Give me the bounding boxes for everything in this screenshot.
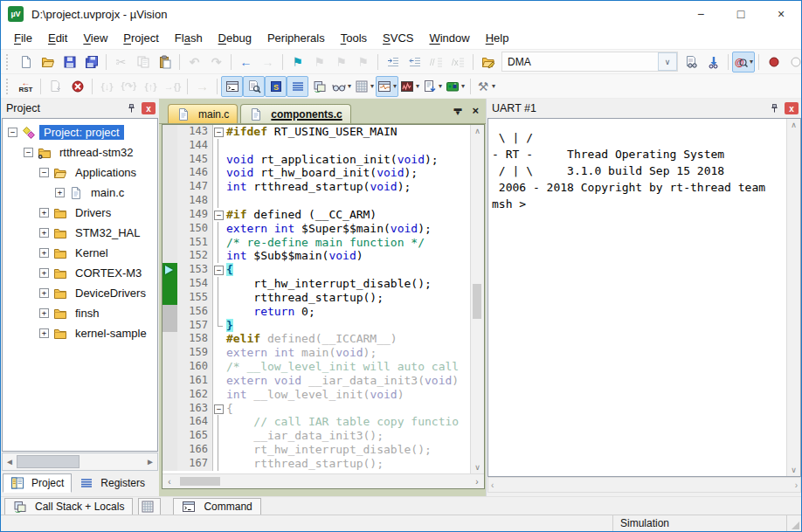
indent-button[interactable] (382, 52, 404, 73)
project-hscrollbar[interactable]: ◄ ► (2, 453, 158, 471)
toolbox-dropdown-icon[interactable]: ▾ (461, 82, 465, 90)
fold-collapse-icon[interactable]: − (214, 266, 224, 275)
tree-expander-expand-icon[interactable]: + (39, 248, 49, 258)
step-out-button[interactable]: {↑} (140, 76, 162, 97)
tree-item-applications[interactable]: −Applications (3, 162, 157, 183)
scroll-track[interactable] (17, 453, 143, 470)
reset-cpu-button[interactable]: ←RST (15, 76, 37, 97)
scroll-right-icon[interactable]: ► (143, 457, 157, 466)
navigate-back-button[interactable]: ← (235, 52, 257, 73)
tree-item-devicedrivers[interactable]: +DeviceDrivers (3, 283, 157, 303)
code-text[interactable]: rtthread_startup(); (224, 291, 470, 305)
code-text[interactable]: /* re-define main function */ (224, 236, 470, 250)
tab-list-icon[interactable]: ▬▼ (453, 106, 461, 116)
system-viewer-dropdown-icon[interactable]: ▾ (439, 82, 442, 90)
scroll-down-icon[interactable]: ∨ (787, 466, 800, 474)
call-stack-window-button[interactable] (308, 76, 330, 97)
code-text[interactable]: { (224, 263, 470, 277)
stop-debug-button[interactable] (66, 76, 88, 97)
tree-expander-collapse-icon[interactable]: − (8, 128, 17, 137)
menu-edit[interactable]: Edit (40, 29, 75, 47)
code-text[interactable]: void rt_application_init(void); (224, 153, 470, 167)
debug-settings-dropdown-icon[interactable]: ▾ (492, 82, 495, 90)
scroll-left-icon[interactable]: ‹ (162, 477, 176, 487)
logic-analyzer-dropdown-icon[interactable]: ▾ (416, 82, 419, 90)
watch-window-dropdown-icon[interactable]: ▾ (348, 82, 351, 90)
minimize-button[interactable]: − (681, 1, 721, 27)
code-text[interactable]: #elif defined(__ICCARM__) (224, 332, 470, 346)
code-text[interactable]: int __low_level_init(void) (224, 388, 470, 402)
code-text[interactable]: #if defined (__CC_ARM) (224, 208, 470, 222)
panel-tab-registers[interactable]: Registers (72, 473, 153, 493)
tree-expander-expand-icon[interactable]: + (39, 308, 49, 318)
tree-item-cortex-m3[interactable]: +CORTEX-M3 (3, 263, 157, 283)
editor-vscrollbar[interactable]: ∧ ∨ (470, 125, 484, 473)
goto-next-bookmark-button[interactable]: ⚑ (308, 52, 330, 73)
registers-window-button[interactable] (287, 76, 308, 97)
code-text[interactable]: rtthread_startup(); (224, 457, 470, 471)
symbol-window-button[interactable]: S (265, 76, 287, 97)
tree-expander-expand-icon[interactable]: + (39, 288, 49, 298)
maximize-button[interactable]: □ (721, 1, 761, 27)
paste-button[interactable] (154, 52, 176, 73)
toolbar-grip[interactable] (6, 54, 10, 70)
undo-button[interactable]: ↶ (183, 52, 205, 73)
fold-collapse-icon[interactable]: − (214, 128, 224, 137)
code-text[interactable]: rt_hw_interrupt_disable(); (224, 443, 470, 457)
menu-project[interactable]: Project (115, 29, 166, 47)
pin-icon[interactable] (766, 101, 782, 115)
scroll-up-icon[interactable]: ∧ (471, 127, 484, 135)
scroll-thumb[interactable] (17, 455, 80, 468)
navigate-forward-button[interactable]: → (257, 52, 279, 73)
code-text[interactable]: int $Sub$$main(void) (224, 249, 470, 263)
run-to-cursor-button[interactable]: →{} (162, 76, 183, 97)
code-text[interactable]: { (224, 402, 470, 416)
debug-settings-button[interactable]: ⚒▾ (474, 76, 497, 97)
document-close-icon[interactable]: × (472, 104, 479, 117)
scroll-up-icon[interactable]: ∧ (787, 121, 800, 129)
panel-tab-project[interactable]: Project (3, 473, 72, 493)
save-all-button[interactable] (80, 52, 102, 73)
code-text[interactable]: int rtthread_startup(void); (224, 180, 470, 194)
memory-window-button[interactable]: ▾ (353, 76, 376, 97)
command-window-button[interactable] (221, 76, 243, 97)
resize-grip[interactable] (786, 515, 801, 531)
options-for-target-button[interactable] (477, 52, 499, 73)
tree-item-stm32-hal[interactable]: +STM32_HAL (3, 223, 157, 243)
memory-window-dropdown-icon[interactable]: ▾ (370, 82, 374, 90)
uart-hscrollbar[interactable]: ‹ › (487, 477, 801, 493)
project-panel-close-icon[interactable]: x (142, 102, 156, 114)
serial-window-button[interactable]: ▾ (376, 76, 398, 97)
menu-tools[interactable]: Tools (333, 29, 375, 47)
show-next-statement-button[interactable] (45, 76, 66, 97)
code-text[interactable]: // call IAR table copy functio (224, 415, 470, 429)
tree-item-rtthread-stm32[interactable]: −rtthread-stm32 (3, 142, 157, 162)
watch-window-button[interactable]: ▾ (330, 76, 353, 97)
editor-hscrollbar[interactable]: ‹ › (162, 473, 484, 488)
code-text[interactable]: extern void __iar_data_init3(void) (224, 374, 470, 388)
quick-search-button[interactable]: @▾ (732, 52, 755, 73)
tree-item-project-project[interactable]: −Project: project (3, 122, 157, 142)
tree-item-drivers[interactable]: +Drivers (3, 203, 157, 223)
tree-expander-expand-icon[interactable]: + (39, 228, 49, 238)
run-button[interactable]: → (191, 76, 213, 97)
tree-expander-expand-icon[interactable]: + (39, 208, 49, 218)
menu-view[interactable]: View (75, 29, 115, 47)
code-text[interactable]: extern int main(void); (224, 346, 470, 360)
uart-panel-close-icon[interactable]: x (785, 102, 799, 114)
code-text[interactable]: void rt_hw_board_init(void); (224, 166, 470, 180)
code-text[interactable]: #ifdef RT_USING_USER_MAIN (224, 125, 470, 139)
logic-analyzer-button[interactable]: ▾ (398, 76, 421, 97)
uart-vscrollbar[interactable]: ∧ ∨ (786, 119, 800, 476)
find-button[interactable] (702, 52, 724, 73)
uart-output[interactable]: \ | / - RT - Thread Operating System / |… (488, 119, 786, 476)
tree-expander-expand-icon[interactable]: + (39, 328, 49, 338)
scroll-thumb[interactable] (473, 284, 481, 319)
close-button[interactable]: × (761, 1, 801, 27)
unindent-button[interactable] (404, 52, 425, 73)
cut-button[interactable]: ✂ (110, 52, 132, 73)
tree-expander-collapse-icon[interactable]: − (24, 148, 33, 157)
system-viewer-button[interactable]: ▾ (421, 76, 444, 97)
editor-tab-main-c[interactable]: main.c (168, 104, 238, 123)
scroll-left-icon[interactable]: ◄ (3, 457, 17, 466)
